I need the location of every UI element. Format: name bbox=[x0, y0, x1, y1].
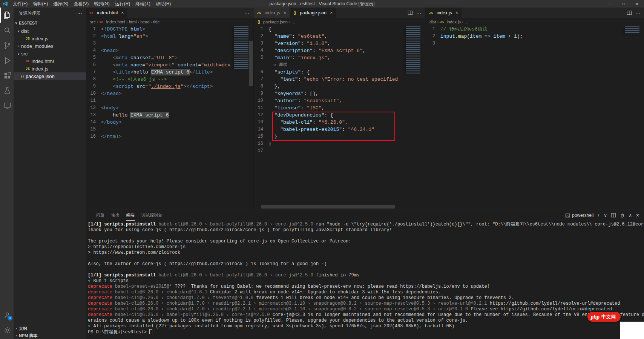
panel-tab-输出[interactable]: 输出 bbox=[111, 210, 120, 221]
minimize-button[interactable]: ─ bbox=[603, 0, 617, 8]
code-row: 2 "name": "es6test", bbox=[253, 33, 425, 40]
vertical-scrollbar[interactable] bbox=[249, 41, 253, 86]
tree-item-node_modules[interactable]: ›node_modules bbox=[14, 42, 86, 50]
settings-gear-icon[interactable] bbox=[0, 322, 14, 337]
line-number: 9 bbox=[86, 83, 101, 90]
breadcrumb-item[interactable]: JSindex.js bbox=[440, 20, 461, 24]
close-window-button[interactable]: ✕ bbox=[630, 0, 644, 8]
tab-index.html[interactable]: <>index.html✕ bbox=[86, 8, 128, 18]
shell-dropdown-icon[interactable]: ∨ bbox=[604, 213, 607, 218]
line-number: 6 bbox=[86, 61, 101, 69]
code-line: // 转码后的es6语法 bbox=[440, 26, 488, 33]
close-tab-icon[interactable]: ✕ bbox=[121, 11, 124, 15]
account-icon[interactable]: 1 bbox=[0, 307, 14, 322]
line-number: 12 bbox=[253, 112, 268, 119]
tree-item-dist[interactable]: ∨dist bbox=[14, 27, 86, 35]
panel-tab-问题[interactable]: 问题 bbox=[96, 210, 105, 221]
code-line: "author": "seabiscuit", bbox=[268, 97, 342, 104]
close-tab-icon[interactable]: ✕ bbox=[455, 11, 458, 15]
section-NPM 脚本[interactable]: ›NPM 脚本 bbox=[14, 332, 86, 339]
terminal-output[interactable]: [1/1] scripts.postinstall babel-cli@6.26… bbox=[86, 221, 644, 339]
split-editor-icon[interactable] bbox=[627, 10, 632, 15]
breadcrumb[interactable]: src›<>index.html›html›head›title bbox=[86, 18, 253, 26]
more-actions-icon[interactable]: ⋯ bbox=[635, 10, 641, 16]
terminal-line: > https://opencollective.com/core-js bbox=[88, 244, 644, 250]
more-actions-icon[interactable]: ⋯ bbox=[416, 10, 422, 16]
code-line: "keywords": [], bbox=[268, 90, 319, 97]
code-row: 5 "main": "index.js", bbox=[253, 54, 425, 61]
split-editor-icon[interactable] bbox=[408, 10, 413, 15]
menu-item-查看(V)[interactable]: 查看(V) bbox=[71, 1, 91, 7]
maximize-panel-icon[interactable]: ∧ bbox=[629, 213, 632, 218]
workspace-section-header[interactable]: ∨ ES6TEST bbox=[14, 19, 86, 27]
code-editor[interactable]: 1// 转码后的es6语法2input.map(item => item + 1… bbox=[425, 26, 644, 210]
code-editor[interactable]: 1{2 "name": "es6test",3 "version": "1.0.… bbox=[253, 26, 425, 210]
minimap[interactable] bbox=[234, 26, 248, 69]
terminal-line: deprecate babel-cli@6.26.0 › chokidar@^1… bbox=[88, 290, 644, 295]
tree-item-index.js[interactable]: JSindex.js bbox=[14, 65, 86, 72]
terminal-line: deprecate babel-cli@6.26.0 › chokidar@1.… bbox=[88, 295, 644, 301]
breadcrumb-item[interactable]: {}package.json bbox=[258, 20, 288, 24]
explorer-icon[interactable] bbox=[0, 8, 14, 23]
minimap[interactable] bbox=[625, 26, 639, 34]
tab-bar: JSindex.js✕{}package.json✕⋯ bbox=[253, 8, 425, 18]
tab-index.js[interactable]: JSindex.js✕ bbox=[425, 8, 462, 18]
codelens-debug[interactable]: ▷ 调试 bbox=[268, 61, 287, 69]
source-control-icon[interactable] bbox=[0, 38, 14, 53]
extensions-icon[interactable] bbox=[0, 68, 14, 83]
breadcrumb-item[interactable]: <>index.html bbox=[99, 20, 125, 24]
code-editor[interactable]: 1<!DOCTYPE html>2<html lang="en">34<head… bbox=[86, 26, 253, 210]
maximize-button[interactable]: □ bbox=[617, 0, 630, 8]
remote-explorer-icon[interactable] bbox=[0, 98, 14, 113]
terminal-shell-selector[interactable]: powershell bbox=[565, 213, 593, 218]
breadcrumb[interactable]: dist›JSindex.js›… bbox=[425, 18, 644, 26]
panel-tab-终端[interactable]: 终端 bbox=[126, 210, 135, 221]
run-debug-icon[interactable] bbox=[0, 53, 14, 68]
menu-item-运行(R)[interactable]: 运行(R) bbox=[112, 1, 133, 7]
editor-group-2: JSindex.js✕{}package.json✕⋯{}package.jso… bbox=[253, 8, 425, 210]
more-actions-icon[interactable]: ⋯ bbox=[244, 10, 250, 16]
chevron-right-icon: › bbox=[16, 44, 21, 48]
bottom-panel: 问题输出终端调试控制台 powershell+∨∧✕ [1/1] scripts… bbox=[86, 210, 644, 339]
section-大纲[interactable]: ›大纲 bbox=[14, 325, 86, 332]
breadcrumb-item[interactable]: src bbox=[90, 20, 96, 24]
breadcrumb-item[interactable]: head bbox=[140, 20, 149, 24]
menu-item-选择(S)[interactable]: 选择(S) bbox=[51, 1, 71, 7]
breadcrumb-item[interactable]: … bbox=[465, 20, 469, 24]
menu-item-文件(F)[interactable]: 文件(F) bbox=[10, 1, 30, 7]
terminal-line: [1/1] scripts.postinstall babel-cli@6.26… bbox=[88, 222, 644, 227]
panel-tab-调试控制台[interactable]: 调试控制台 bbox=[141, 210, 163, 221]
tree-item-package.json[interactable]: {}package.json bbox=[14, 72, 86, 80]
html-file-icon: <> bbox=[89, 11, 94, 15]
json-file-icon: {} bbox=[21, 74, 24, 78]
new-terminal-icon[interactable]: + bbox=[597, 213, 600, 218]
file-name: index.js bbox=[32, 66, 48, 72]
split-terminal-icon[interactable] bbox=[611, 213, 616, 218]
horizontal-scrollbar[interactable] bbox=[261, 205, 395, 209]
tab-label: index.js bbox=[265, 10, 280, 15]
code-line: <meta name="viewport" content="width=dev bbox=[101, 61, 230, 69]
breadcrumb-item[interactable]: dist bbox=[429, 20, 436, 24]
kill-terminal-icon[interactable] bbox=[620, 213, 625, 218]
close-panel-icon[interactable]: ✕ bbox=[636, 213, 639, 218]
breadcrumb-item[interactable]: … bbox=[291, 20, 296, 24]
close-tab-icon[interactable]: ✕ bbox=[330, 11, 333, 15]
code-row: 4 "description": "EXMA script 6", bbox=[253, 47, 425, 54]
menu-item-帮助(H)[interactable]: 帮助(H) bbox=[153, 1, 174, 7]
tab-index.js[interactable]: JSindex.js✕ bbox=[253, 8, 290, 18]
sidebar-more-icon[interactable]: ⋯ bbox=[77, 11, 83, 16]
tree-item-index.js[interactable]: JSindex.js bbox=[14, 35, 86, 42]
breadcrumb-item[interactable]: title bbox=[153, 20, 159, 24]
menu-item-转到(G)[interactable]: 转到(G) bbox=[91, 1, 112, 7]
testing-icon[interactable] bbox=[0, 83, 14, 98]
tree-item-src[interactable]: ∨src bbox=[14, 50, 86, 57]
minimap[interactable] bbox=[406, 26, 420, 74]
tab-package.json[interactable]: {}package.json✕ bbox=[290, 8, 336, 18]
breadcrumb-item[interactable]: html bbox=[129, 20, 137, 24]
menu-item-编辑(E)[interactable]: 编辑(E) bbox=[30, 1, 51, 7]
menu-item-终端(T)[interactable]: 终端(T) bbox=[133, 1, 153, 7]
breadcrumb[interactable]: {}package.json›… bbox=[253, 18, 425, 26]
search-icon[interactable] bbox=[0, 23, 14, 38]
close-tab-icon[interactable]: ✕ bbox=[284, 11, 287, 15]
tree-item-index.html[interactable]: <>index.html bbox=[14, 57, 86, 65]
